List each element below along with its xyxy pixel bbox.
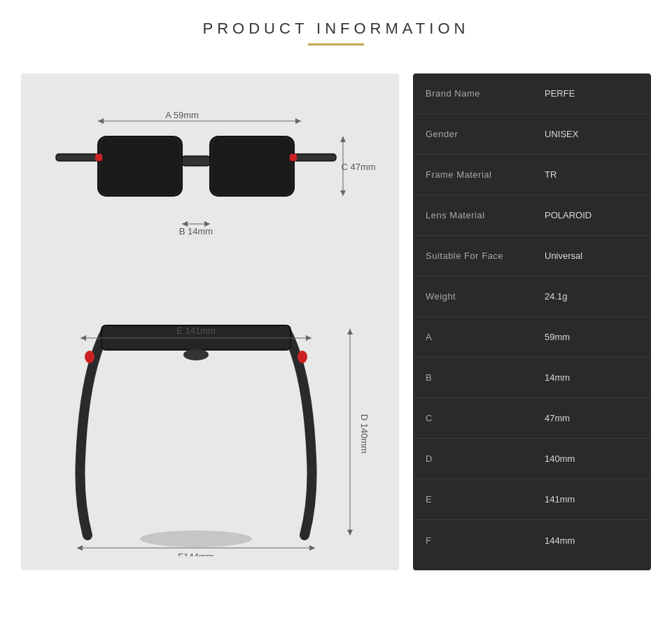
spec-label: D bbox=[413, 445, 532, 472]
spec-row: A59mm bbox=[413, 317, 651, 358]
spec-row: GenderUNISEX bbox=[413, 114, 651, 155]
spec-row: F144mm bbox=[413, 520, 651, 561]
spec-row: Brand NamePERFE bbox=[413, 73, 651, 114]
bottom-view-svg: D 140mm E 141mm F144mm bbox=[42, 318, 378, 556]
spec-row: C47mm bbox=[413, 398, 651, 439]
spec-label: Frame Material bbox=[413, 161, 532, 188]
spec-value: 144mm bbox=[532, 527, 651, 554]
glasses-bottom-section: D 140mm E 141mm F144mm bbox=[35, 318, 385, 556]
svg-text:A 59mm: A 59mm bbox=[165, 110, 199, 120]
svg-marker-36 bbox=[309, 545, 315, 551]
main-content: A 59mm bbox=[0, 59, 672, 584]
page-title: PRODUCT INFORMATION bbox=[0, 20, 672, 38]
spec-value: TR bbox=[532, 161, 651, 188]
spec-value: 47mm bbox=[532, 404, 651, 432]
spec-label: Brand Name bbox=[413, 80, 532, 107]
spec-row: B14mm bbox=[413, 358, 651, 398]
spec-value: 59mm bbox=[532, 323, 651, 351]
svg-text:B 14mm: B 14mm bbox=[179, 226, 213, 237]
svg-text:E 141mm: E 141mm bbox=[176, 325, 216, 336]
svg-marker-31 bbox=[80, 335, 86, 341]
spec-value: UNISEX bbox=[532, 120, 651, 148]
svg-marker-2 bbox=[295, 118, 301, 124]
svg-marker-28 bbox=[347, 530, 353, 535]
svg-rect-11 bbox=[293, 154, 336, 161]
spec-value: 140mm bbox=[532, 445, 651, 472]
spec-value: 14mm bbox=[532, 364, 651, 391]
svg-marker-18 bbox=[340, 136, 346, 142]
glasses-front-section: A 59mm bbox=[35, 87, 385, 311]
svg-point-21 bbox=[85, 351, 94, 363]
svg-rect-10 bbox=[95, 154, 102, 161]
spec-label: Gender bbox=[413, 120, 532, 148]
title-underline bbox=[308, 43, 364, 45]
spec-row: E141mm bbox=[413, 479, 651, 520]
spec-row: Lens MaterialPOLAROID bbox=[413, 195, 651, 236]
page-header: PRODUCT INFORMATION bbox=[0, 0, 672, 52]
svg-rect-7 bbox=[212, 139, 292, 194]
specs-panel: Brand NamePERFEGenderUNISEXFrame Materia… bbox=[413, 73, 651, 570]
svg-marker-27 bbox=[347, 329, 353, 334]
svg-rect-5 bbox=[100, 139, 180, 194]
spec-label: E bbox=[413, 486, 532, 513]
svg-marker-19 bbox=[340, 190, 346, 196]
svg-text:D 140mm: D 140mm bbox=[359, 414, 370, 453]
svg-marker-1 bbox=[98, 118, 104, 124]
front-view-svg: A 59mm bbox=[42, 94, 378, 304]
spec-label: F bbox=[413, 527, 532, 554]
spec-value: 24.1g bbox=[532, 283, 651, 310]
svg-point-25 bbox=[140, 530, 252, 547]
svg-rect-8 bbox=[182, 156, 210, 166]
spec-value: POLAROID bbox=[532, 202, 651, 229]
svg-point-22 bbox=[298, 351, 307, 363]
diagram-panel: A 59mm bbox=[21, 73, 399, 570]
spec-label: Lens Material bbox=[413, 202, 532, 229]
spec-row: D140mm bbox=[413, 439, 651, 479]
spec-value: 141mm bbox=[532, 486, 651, 513]
svg-point-24 bbox=[183, 349, 209, 360]
svg-marker-35 bbox=[77, 545, 83, 551]
spec-label: C bbox=[413, 404, 532, 432]
spec-row: Suitable For FaceUniversal bbox=[413, 236, 651, 276]
svg-rect-9 bbox=[56, 154, 99, 161]
spec-label: Weight bbox=[413, 283, 532, 310]
spec-value: PERFE bbox=[532, 80, 651, 107]
svg-marker-32 bbox=[306, 335, 312, 341]
spec-row: Weight24.1g bbox=[413, 276, 651, 317]
spec-label: B bbox=[413, 364, 532, 391]
svg-text:F144mm: F144mm bbox=[178, 551, 214, 556]
spec-value: Universal bbox=[532, 242, 651, 269]
spec-row: Frame MaterialTR bbox=[413, 155, 651, 195]
spec-label: A bbox=[413, 323, 532, 351]
svg-rect-12 bbox=[290, 154, 297, 161]
svg-text:C 47mm: C 47mm bbox=[341, 162, 375, 172]
spec-label: Suitable For Face bbox=[413, 242, 532, 269]
